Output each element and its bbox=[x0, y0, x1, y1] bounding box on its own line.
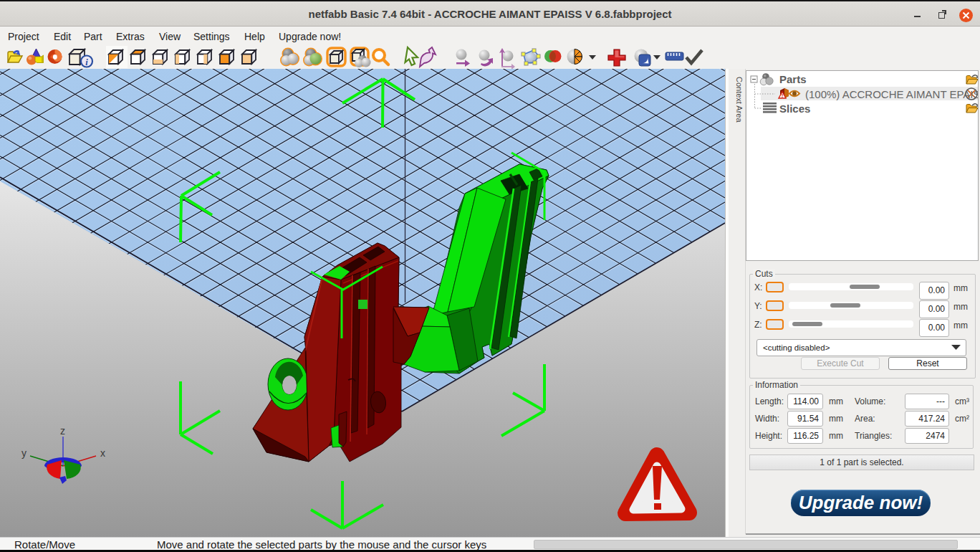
svg-text:!: ! bbox=[782, 92, 784, 99]
svg-text:z: z bbox=[60, 425, 65, 437]
svg-text:x: x bbox=[100, 447, 105, 459]
svg-text:i: i bbox=[85, 57, 88, 67]
svg-text:y: y bbox=[21, 447, 27, 459]
